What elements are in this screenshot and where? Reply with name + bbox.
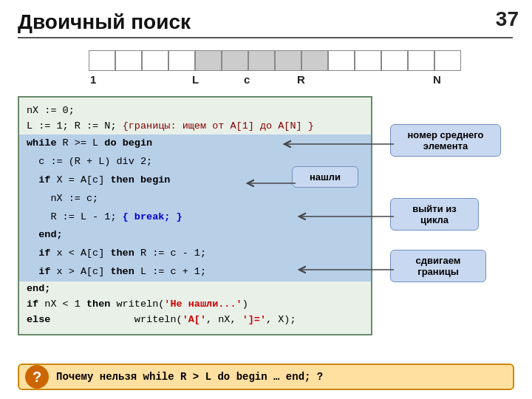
array-cell <box>434 50 461 71</box>
arrow-shift-bounds <box>296 262 395 277</box>
arrow-exit-loop <box>296 209 395 224</box>
array-visualization: 1 L c R N <box>89 50 461 89</box>
code-line-10: if nX < 1 then writeln('Не нашли...') <box>27 297 364 313</box>
array-cells <box>89 50 461 71</box>
array-label-c: c <box>244 73 250 86</box>
array-labels: 1 L c R N <box>89 73 461 89</box>
callout-found: нашли <box>292 166 358 188</box>
code-line-11: else writeln('A[', nX, ']=', X); <box>27 313 364 328</box>
array-cell <box>408 50 434 71</box>
array-cell <box>355 50 381 71</box>
array-label-1: 1 <box>90 73 96 86</box>
array-cell <box>381 50 408 71</box>
question-icon: ? <box>25 365 49 389</box>
code-line-2: L := 1; R := N; {границы: ищем от A[1] д… <box>27 119 364 134</box>
array-cell <box>168 50 195 71</box>
code-line-8: if x < A[c] then R := c - 1; <box>19 245 371 263</box>
array-label-N: N <box>433 73 441 86</box>
array-cell <box>195 50 222 71</box>
array-cell <box>89 50 115 71</box>
question-box: ? Почему нельзя while R > L do begin … e… <box>18 364 514 390</box>
code-line-1: nX := 0; <box>27 103 364 119</box>
array-cell <box>142 50 168 71</box>
callout-middle-element: номер среднегоэлемента <box>390 124 501 157</box>
arrow-middle-element <box>281 137 395 151</box>
question-text: Почему нельзя while R > L do begin … end… <box>56 371 323 383</box>
array-label-L: L <box>192 73 199 86</box>
array-label-R: R <box>297 73 305 86</box>
code-line-5: nX := c; <box>19 190 371 208</box>
page-title: Двоичный поиск <box>18 10 513 38</box>
array-cell <box>328 50 355 71</box>
array-cell <box>248 50 275 71</box>
callout-exit-loop: выйти изцикла <box>390 198 479 231</box>
arrow-found <box>244 176 297 191</box>
code-line-end: end; <box>27 282 364 297</box>
array-cell <box>275 50 301 71</box>
array-cell <box>222 50 248 71</box>
callout-shift-bounds: сдвигаемграницы <box>390 250 486 282</box>
code-line-7: end; <box>19 226 371 245</box>
array-cell <box>115 50 142 71</box>
array-cell <box>301 50 328 71</box>
